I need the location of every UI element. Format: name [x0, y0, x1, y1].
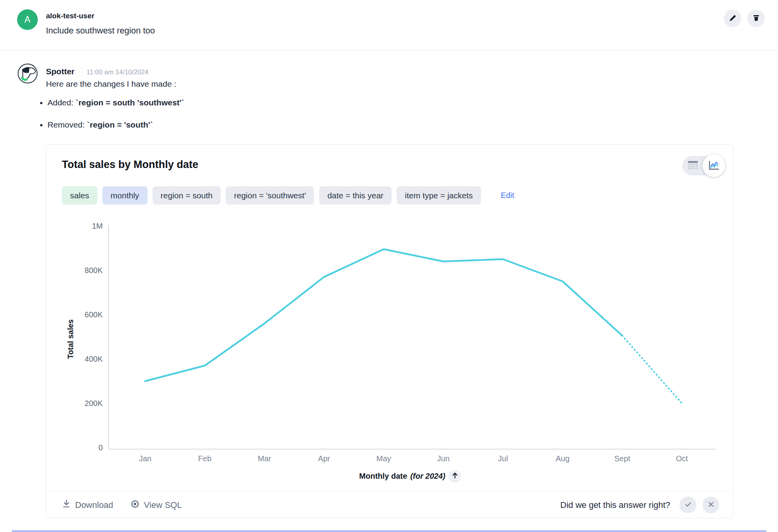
filter-chip[interactable]: date = this year — [319, 186, 392, 205]
x-axis-label-suffix: (for 2024) — [410, 472, 445, 481]
download-button[interactable]: Download — [62, 499, 113, 511]
username: alok-test-user — [46, 12, 95, 20]
svg-text:400K: 400K — [84, 355, 103, 363]
close-icon — [708, 501, 715, 509]
svg-text:Jun: Jun — [437, 454, 450, 463]
svg-text:Feb: Feb — [198, 454, 211, 463]
feedback-question: Did we get this answer right? — [560, 500, 670, 510]
change-code: `region = south 'southwest'` — [76, 98, 184, 107]
feedback-no-button[interactable] — [702, 497, 719, 513]
chat-input-top-edge — [12, 530, 766, 532]
svg-text:200K: 200K — [84, 399, 103, 408]
svg-text:Jul: Jul — [498, 454, 508, 463]
spotter-logo — [17, 63, 38, 84]
message-actions — [724, 10, 765, 27]
change-item-removed: Removed: `region = 'south'` — [47, 120, 184, 130]
svg-text:May: May — [376, 454, 391, 463]
svg-text:800K: 800K — [84, 266, 103, 275]
svg-text:Mar: Mar — [258, 454, 271, 463]
avatar: A — [17, 9, 38, 30]
message-timestamp: 11:00 am 14/10/2024 — [86, 68, 148, 76]
view-sql-label: View SQL — [144, 500, 182, 510]
assistant-intro-text: Here are the changes I have made : — [46, 79, 176, 89]
edit-message-button[interactable] — [724, 10, 741, 27]
assistant-name: Spotter — [46, 67, 75, 76]
filter-chip[interactable]: region = south — [153, 186, 221, 205]
filter-chip[interactable]: item type = jackets — [397, 186, 481, 205]
edit-tokens-link[interactable]: Edit — [501, 191, 514, 200]
x-axis-label-text: Monthly date — [359, 472, 407, 481]
filter-chip[interactable]: region = 'southwest' — [226, 186, 314, 205]
x-axis-label: Monthly date (for 2024) — [109, 470, 712, 483]
feedback-controls: Did we get this answer right? — [560, 497, 719, 513]
user-message-text: Include southwest region too — [46, 26, 155, 36]
feedback-yes-button[interactable] — [680, 497, 696, 513]
sales-line-chart: 1M800K600K400K200K0JanFebMarAprMayJunJul… — [53, 215, 730, 488]
download-icon — [62, 499, 71, 511]
footer-actions: Download View SQL — [62, 499, 182, 511]
filter-chips: salesmonthlyregion = southregion = 'sout… — [62, 186, 481, 205]
svg-text:Aug: Aug — [556, 454, 570, 463]
svg-text:Jan: Jan — [139, 454, 151, 463]
changes-list: Added: `region = south 'southwest'` Remo… — [47, 98, 184, 142]
svg-text:600K: 600K — [84, 310, 103, 319]
svg-text:Sept: Sept — [614, 454, 630, 463]
arrow-up-icon — [452, 472, 458, 481]
table-view-button[interactable] — [682, 156, 703, 175]
filter-chip[interactable]: sales — [62, 186, 97, 205]
chart-title: Total sales by Monthly date — [62, 159, 198, 171]
pencil-icon — [729, 14, 737, 23]
delete-message-button[interactable] — [747, 10, 765, 27]
svg-text:Oct: Oct — [676, 454, 688, 463]
change-code: `region = 'south'` — [87, 120, 153, 129]
token-row: salesmonthlyregion = southregion = 'sout… — [62, 186, 514, 205]
svg-text:Apr: Apr — [318, 454, 330, 463]
svg-text:Total sales: Total sales — [66, 319, 75, 359]
answer-card: Total sales by Monthly date — [46, 144, 734, 518]
chart-area: 1M800K600K400K200K0JanFebMarAprMayJunJul… — [53, 215, 730, 488]
view-toggle — [682, 156, 724, 175]
change-item-added: Added: `region = south 'southwest'` — [47, 98, 184, 107]
download-label: Download — [75, 500, 113, 510]
filter-chip[interactable]: monthly — [102, 186, 148, 205]
trash-icon — [752, 14, 760, 23]
change-prefix: Added: — [47, 98, 76, 107]
svg-text:0: 0 — [98, 443, 103, 452]
svg-text:1M: 1M — [92, 222, 103, 230]
chart-view-button[interactable] — [702, 154, 725, 177]
user-message-row: A alok-test-user Include southwest regio… — [0, 0, 778, 50]
table-icon — [688, 161, 698, 171]
line-chart-icon — [708, 160, 720, 172]
check-icon — [684, 500, 692, 509]
card-footer: Download View SQL Did we get this answer… — [46, 491, 733, 519]
eye-icon — [130, 499, 140, 511]
change-prefix: Removed: — [47, 120, 87, 129]
view-sql-button[interactable]: View SQL — [130, 499, 182, 511]
sort-ascending-button[interactable] — [448, 470, 461, 483]
